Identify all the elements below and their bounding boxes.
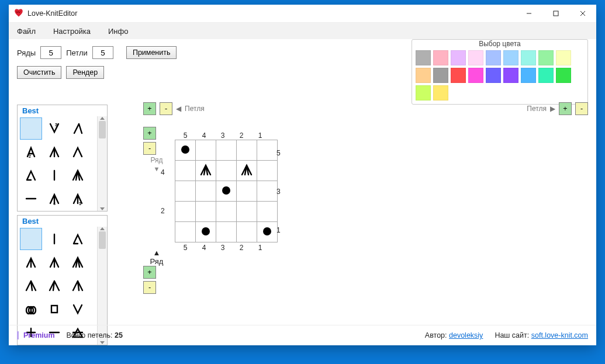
symbol-cell[interactable] — [67, 164, 89, 186]
color-swatch[interactable] — [416, 85, 431, 100]
knit-grid: 54321 54321 531 42 — [175, 131, 588, 252]
color-swatch[interactable] — [416, 50, 431, 65]
symbol-cell[interactable] — [67, 141, 89, 163]
symbol-cell[interactable] — [43, 298, 65, 320]
minimize-button[interactable] — [516, 5, 542, 22]
grid-cell[interactable] — [196, 222, 216, 242]
color-swatch[interactable] — [521, 68, 536, 83]
grid-cell[interactable] — [196, 161, 216, 181]
grid-cell[interactable] — [216, 202, 237, 222]
grid-cell[interactable] — [196, 202, 216, 222]
close-button[interactable] — [569, 5, 596, 22]
symbol-cell[interactable] — [20, 164, 42, 186]
col-number: 4 — [195, 244, 213, 252]
color-swatch[interactable] — [433, 50, 448, 65]
color-swatch[interactable] — [451, 50, 466, 65]
color-swatch[interactable] — [451, 68, 466, 83]
loop-add-right-button[interactable]: + — [559, 102, 572, 115]
grid-cell[interactable] — [196, 181, 216, 202]
color-swatch[interactable] — [521, 50, 536, 65]
symbol-cell[interactable]: 4 — [43, 188, 65, 210]
window-title: Love-KnitEditor — [27, 9, 77, 18]
rows-input[interactable] — [40, 46, 61, 59]
color-swatch[interactable] — [433, 85, 448, 100]
palette-scrollbar[interactable] — [97, 116, 107, 211]
symbol-cell[interactable] — [43, 275, 65, 297]
color-swatch[interactable] — [556, 68, 571, 83]
symbol-cell[interactable] — [20, 251, 42, 273]
symbol-cell[interactable] — [43, 251, 65, 273]
symbol-cell[interactable] — [67, 117, 89, 140]
grid-cell[interactable] — [237, 161, 257, 181]
grid-table[interactable] — [175, 140, 278, 242]
symbol-cell[interactable] — [20, 275, 42, 297]
symbol-cell[interactable]: 2 — [20, 141, 42, 163]
grid-cell[interactable] — [175, 140, 196, 161]
menu-info[interactable]: Инфо — [105, 25, 132, 38]
color-swatch[interactable] — [503, 68, 518, 83]
symbol-palettes: Best 3243 Best — [17, 105, 108, 349]
color-swatch[interactable] — [538, 50, 554, 65]
apply-button[interactable]: Применить — [126, 46, 177, 59]
author-label: Автор: devoleksiy — [425, 331, 483, 339]
menubar: Файл Настройка Инфо — [9, 23, 596, 39]
grid-cell[interactable] — [216, 222, 237, 242]
color-swatch[interactable] — [416, 68, 431, 83]
grid-cell[interactable] — [216, 140, 237, 161]
menu-file[interactable]: Файл — [13, 25, 39, 38]
symbol-cell[interactable] — [43, 228, 65, 250]
color-swatch[interactable] — [486, 50, 501, 65]
color-swatch[interactable] — [486, 68, 501, 83]
symbol-cell[interactable] — [67, 251, 89, 273]
color-swatch[interactable] — [468, 50, 483, 65]
grid-cell[interactable] — [175, 181, 196, 202]
grid-cell[interactable] — [237, 140, 257, 161]
grid-cell[interactable] — [175, 222, 196, 242]
symbol-cell[interactable] — [67, 298, 89, 320]
svg-rect-14 — [51, 306, 57, 313]
site-link[interactable]: soft.love-knit.com — [531, 331, 588, 339]
color-swatch[interactable] — [468, 68, 483, 83]
symbol-cell[interactable] — [20, 188, 42, 210]
grid-cell[interactable] — [237, 222, 257, 242]
loop-add-left-button[interactable]: + — [143, 102, 156, 115]
palette-header: Best — [18, 216, 107, 227]
grid-cell[interactable] — [175, 202, 196, 222]
symbol-cell[interactable] — [67, 228, 89, 250]
grid-cell[interactable] — [175, 161, 196, 181]
grid-cell[interactable] — [237, 181, 257, 202]
symbol-cell[interactable]: 3 — [67, 188, 89, 210]
symbol-cell[interactable]: 3 — [43, 117, 65, 140]
symbol-cell[interactable] — [20, 298, 42, 320]
render-button[interactable]: Рендер — [66, 66, 104, 79]
row-number — [273, 162, 281, 182]
symbol-cell[interactable] — [67, 275, 89, 297]
loop-arrow-left-icon: ◀ — [176, 105, 181, 113]
color-swatch[interactable] — [538, 68, 554, 83]
menu-settings[interactable]: Настройка — [50, 25, 94, 38]
maximize-button[interactable] — [542, 5, 569, 22]
loop-remove-left-button[interactable]: - — [160, 102, 172, 115]
titlebar: Love-KnitEditor — [9, 5, 596, 23]
loops-input[interactable] — [92, 46, 113, 59]
symbol-cell[interactable] — [43, 141, 65, 163]
color-swatch[interactable] — [556, 50, 571, 65]
row-remove-bottom-button[interactable]: - — [143, 281, 156, 294]
row-add-bottom-button[interactable]: + — [143, 266, 156, 279]
symbol-cell[interactable] — [20, 228, 42, 250]
grid-cell[interactable] — [216, 161, 237, 181]
symbol-cell[interactable] — [43, 164, 65, 186]
color-picker-title: Выбор цвета — [412, 40, 587, 50]
row-number: 1 — [273, 220, 281, 240]
loop-remove-right-button[interactable]: - — [575, 102, 588, 115]
symbol-cell[interactable] — [20, 117, 42, 140]
row-number — [273, 201, 281, 220]
color-swatch[interactable] — [433, 68, 448, 83]
grid-cell[interactable] — [216, 181, 237, 202]
grid-cell[interactable] — [196, 140, 216, 161]
author-link[interactable]: devoleksiy — [449, 331, 483, 339]
grid-cell[interactable] — [237, 202, 257, 222]
color-swatch[interactable] — [503, 50, 518, 65]
clear-button[interactable]: Очистить — [17, 66, 61, 79]
row-number: 4 — [161, 162, 165, 182]
